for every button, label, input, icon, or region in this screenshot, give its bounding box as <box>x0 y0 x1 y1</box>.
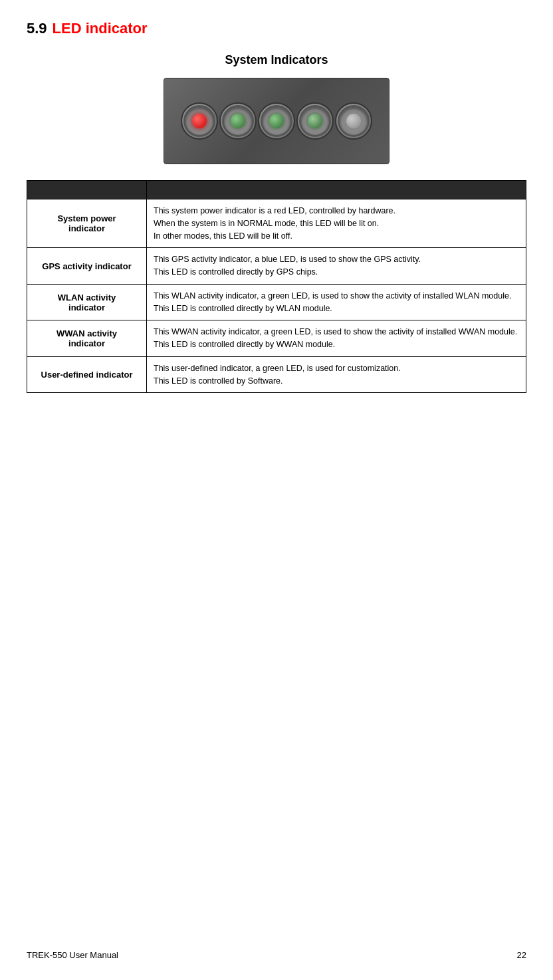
row-desc-4: This WWAN activity indicator, a green LE… <box>147 320 526 357</box>
indicators-table: System powerindicator This system power … <box>27 180 526 393</box>
table-row: GPS activity indicator This GPS activity… <box>27 248 526 285</box>
table-header-row <box>27 181 526 199</box>
table-row: User-defined indicator This user-defined… <box>27 356 526 393</box>
header-col1 <box>27 181 147 199</box>
section-number: 5.9 <box>27 20 47 37</box>
footer-right: 22 <box>517 950 526 960</box>
led-4-button <box>299 105 331 137</box>
row-desc-1: This system power indicator is a red LED… <box>147 199 526 248</box>
row-desc-5: This user-defined indicator, a green LED… <box>147 356 526 393</box>
led-image-container <box>27 78 526 164</box>
row-name-5: User-defined indicator <box>27 356 147 393</box>
footer-left: TREK-550 User Manual <box>27 950 118 960</box>
row-name-1: System powerindicator <box>27 199 147 248</box>
led-1-outer <box>181 102 218 140</box>
led-5-outer <box>335 102 372 140</box>
led-2-outer <box>219 102 257 140</box>
row-desc-3: This WLAN activity indicator, a green LE… <box>147 284 526 320</box>
led-3-button <box>261 105 292 137</box>
section-title: LED indicator <box>53 20 148 37</box>
led-2-button <box>222 105 254 137</box>
table-row: System powerindicator This system power … <box>27 199 526 248</box>
header-col2 <box>147 181 526 199</box>
table-row: WWAN activityindicator This WWAN activit… <box>27 320 526 357</box>
led-5-button <box>338 105 370 137</box>
row-desc-2: This GPS activity indicator, a blue LED,… <box>147 248 526 285</box>
led-image-box <box>164 78 389 164</box>
page-footer: TREK-550 User Manual 22 <box>27 950 526 960</box>
led-1-button <box>183 105 215 137</box>
row-name-3: WLAN activityindicator <box>27 284 147 320</box>
row-name-4: WWAN activityindicator <box>27 320 147 357</box>
row-name-2: GPS activity indicator <box>27 248 147 285</box>
led-4-outer <box>296 102 334 140</box>
table-row: WLAN activityindicator This WLAN activit… <box>27 284 526 320</box>
system-indicators-title: System Indicators <box>27 53 526 67</box>
page-heading: 5.9 LED indicator <box>27 20 526 37</box>
led-3-outer <box>258 102 295 140</box>
